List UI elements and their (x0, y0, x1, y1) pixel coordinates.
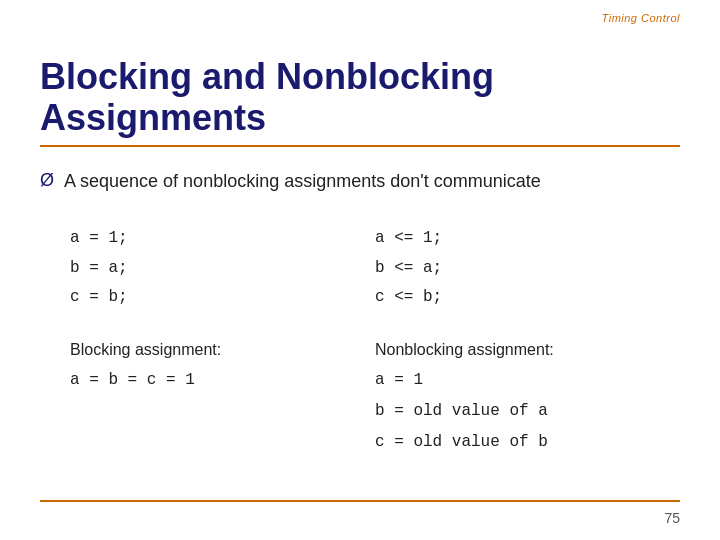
bullet-text: A sequence of nonblocking assignments do… (64, 169, 541, 194)
top-divider (40, 145, 680, 147)
code-column-right: a <= 1; b <= a; c <= b; (375, 224, 680, 313)
blocking-column: Blocking assignment: a = b = c = 1 (70, 341, 375, 457)
nonblocking-result-a: a = 1 (375, 367, 680, 394)
assignment-section: Blocking assignment: a = b = c = 1 Nonbl… (70, 341, 680, 457)
main-content: Ø A sequence of nonblocking assignments … (40, 169, 680, 457)
bottom-divider (40, 500, 680, 502)
nonblocking-result-b: b = old value of a (375, 398, 680, 425)
code-line-a-nonblocking: a <= 1; (375, 224, 680, 254)
timing-control-label: Timing Control (602, 12, 680, 24)
code-column-left: a = 1; b = a; c = b; (70, 224, 375, 313)
code-line-b-nonblocking: b <= a; (375, 254, 680, 284)
blocking-label: Blocking assignment: (70, 341, 375, 359)
bullet-point: Ø A sequence of nonblocking assignments … (40, 169, 680, 194)
nonblocking-label: Nonblocking assignment: (375, 341, 680, 359)
code-line-a-blocking: a = 1; (70, 224, 375, 254)
bullet-icon: Ø (40, 170, 54, 191)
code-line-c-nonblocking: c <= b; (375, 283, 680, 313)
blocking-result: a = b = c = 1 (70, 367, 375, 394)
page-number: 75 (664, 510, 680, 526)
code-line-b-blocking: b = a; (70, 254, 375, 284)
code-line-c-blocking: c = b; (70, 283, 375, 313)
code-section: a = 1; b = a; c = b; a <= 1; b <= a; c <… (70, 224, 680, 313)
slide-container: Timing Control Blocking and Nonblocking … (0, 0, 720, 540)
nonblocking-result-c: c = old value of b (375, 429, 680, 456)
nonblocking-column: Nonblocking assignment: a = 1 b = old va… (375, 341, 680, 457)
slide-title: Blocking and Nonblocking Assignments (40, 56, 680, 139)
